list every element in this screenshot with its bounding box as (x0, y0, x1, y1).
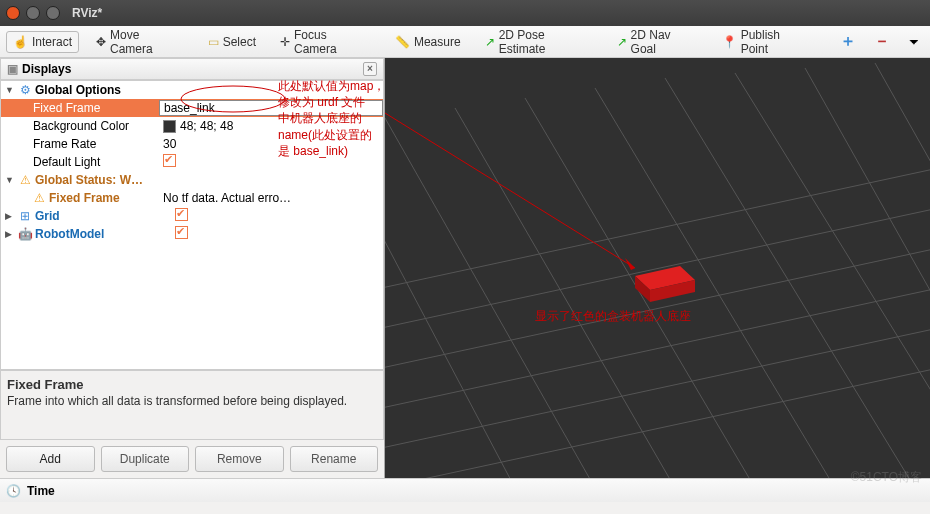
displays-panel-header[interactable]: ▣ Displays × (0, 58, 384, 80)
svg-line-11 (735, 73, 930, 478)
window-maximize-button[interactable] (46, 6, 60, 20)
left-panel: ▣ Displays × ▼ ⚙ Global Options Fixed Fr… (0, 58, 385, 478)
tool-2d-nav-goal[interactable]: ↗ 2D Nav Goal (610, 24, 705, 60)
tree-item-fixed-frame-status[interactable]: ⚠ Fixed Frame No tf data. Actual erro… (1, 189, 383, 207)
tool-focus-camera[interactable]: ✛ Focus Camera (273, 24, 378, 60)
rename-button[interactable]: Rename (290, 446, 379, 472)
tree-item-bg-color[interactable]: Background Color 48; 48; 48 (1, 117, 383, 135)
toolbar-menu-icon[interactable]: ⏷ (904, 35, 924, 49)
select-icon: ▭ (208, 35, 219, 49)
description-title: Fixed Frame (7, 377, 377, 392)
remove-button[interactable]: Remove (195, 446, 284, 472)
nav-icon: ↗ (617, 35, 627, 49)
svg-line-1 (385, 238, 930, 378)
grid-plane (385, 58, 930, 478)
tool-label: 2D Pose Estimate (499, 28, 593, 56)
tool-select[interactable]: ▭ Select (201, 31, 263, 53)
checkbox-icon[interactable] (175, 226, 188, 239)
item-label: Frame Rate (31, 137, 159, 151)
svg-line-5 (385, 358, 930, 478)
tool-label: Move Camera (110, 28, 184, 56)
tree-item-global-status[interactable]: ▼ ⚠ Global Status: W… (1, 171, 383, 189)
tree-item-robotmodel[interactable]: ▶ 🤖 RobotModel (1, 225, 383, 243)
item-label: Global Options (33, 83, 183, 97)
expand-icon[interactable]: ▼ (5, 175, 17, 185)
pose-icon: ↗ (485, 35, 495, 49)
window-minimize-button[interactable] (26, 6, 40, 20)
tool-publish-point[interactable]: 📍 Publish Point (715, 24, 816, 60)
time-label: Time (27, 484, 55, 498)
checkbox-icon[interactable] (175, 208, 188, 221)
3d-viewport[interactable]: 显示了红色的盒装机器人底座 (385, 58, 930, 478)
expand-icon[interactable]: ▼ (5, 85, 17, 95)
svg-line-2 (385, 198, 930, 338)
robotmodel-enabled[interactable] (171, 226, 383, 242)
gear-icon: ⚙ (17, 83, 33, 97)
tool-label: Measure (414, 35, 461, 49)
tool-interact[interactable]: ☝ Interact (6, 31, 79, 53)
panel-buttons: Add Duplicate Remove Rename (0, 440, 384, 478)
item-label: RobotModel (33, 227, 171, 241)
tool-label: Publish Point (741, 28, 809, 56)
frame-rate-value[interactable]: 30 (159, 137, 383, 151)
tree-item-fixed-frame[interactable]: Fixed Frame base_link (1, 99, 383, 117)
svg-line-10 (665, 78, 915, 478)
status-text: No tf data. Actual erro… (159, 191, 383, 205)
tool-move-camera[interactable]: ✥ Move Camera (89, 24, 191, 60)
item-label: Grid (33, 209, 171, 223)
tool-label: Focus Camera (294, 28, 371, 56)
description-body: Frame into which all data is transformed… (7, 394, 377, 408)
checkbox-icon[interactable] (163, 154, 176, 167)
svg-marker-19 (625, 258, 635, 270)
move-camera-icon: ✥ (96, 35, 106, 49)
expand-icon[interactable]: ▶ (5, 229, 17, 239)
focus-icon: ✛ (280, 35, 290, 49)
measure-icon: 📏 (395, 35, 410, 49)
clock-icon: 🕓 (6, 484, 21, 498)
warning-icon: ⚠ (17, 173, 33, 187)
default-light-value[interactable] (159, 154, 383, 170)
robot-icon: 🤖 (17, 227, 33, 241)
svg-line-12 (805, 68, 930, 388)
publish-icon: 📍 (722, 35, 737, 49)
expand-icon[interactable]: ▶ (5, 211, 17, 221)
svg-line-18 (385, 113, 635, 268)
toolbar-remove-icon[interactable]: － (870, 31, 894, 52)
pin-icon: ▣ (7, 62, 18, 76)
svg-line-6 (385, 118, 595, 478)
tool-label: Interact (32, 35, 72, 49)
displays-tree[interactable]: ▼ ⚙ Global Options Fixed Frame base_link… (0, 80, 384, 370)
item-label: Fixed Frame (31, 101, 159, 115)
interact-icon: ☝ (13, 35, 28, 49)
duplicate-button[interactable]: Duplicate (101, 446, 190, 472)
warning-icon: ⚠ (31, 191, 47, 205)
color-swatch (163, 120, 176, 133)
tree-item-frame-rate[interactable]: Frame Rate 30 (1, 135, 383, 153)
tool-label: Select (223, 35, 256, 49)
displays-title: Displays (22, 62, 71, 76)
tool-label: 2D Nav Goal (631, 28, 698, 56)
item-label: Fixed Frame (47, 191, 159, 205)
panel-close-icon[interactable]: × (363, 62, 377, 76)
bg-color-value[interactable]: 48; 48; 48 (159, 119, 383, 133)
watermark: ©51CTO博客 (851, 469, 922, 486)
time-panel[interactable]: 🕓 Time (0, 478, 930, 502)
toolbar-add-icon[interactable]: ＋ (836, 31, 860, 52)
main-toolbar: ☝ Interact ✥ Move Camera ▭ Select ✛ Focu… (0, 26, 930, 58)
grid-enabled[interactable] (171, 208, 383, 224)
window-close-button[interactable] (6, 6, 20, 20)
grid-icon: ⊞ (17, 209, 33, 223)
item-label: Global Status: W… (33, 173, 183, 187)
bg-color-text: 48; 48; 48 (180, 119, 233, 133)
window-titlebar: RViz* (0, 0, 930, 26)
fixed-frame-input[interactable]: base_link (159, 100, 383, 116)
window-title: RViz* (72, 6, 102, 20)
tool-measure[interactable]: 📏 Measure (388, 31, 468, 53)
item-label: Default Light (31, 155, 159, 169)
tree-item-default-light[interactable]: Default Light (1, 153, 383, 171)
tree-item-grid[interactable]: ▶ ⊞ Grid (1, 207, 383, 225)
tree-item-global-options[interactable]: ▼ ⚙ Global Options (1, 81, 383, 99)
svg-line-4 (385, 318, 930, 458)
add-button[interactable]: Add (6, 446, 95, 472)
tool-2d-pose-estimate[interactable]: ↗ 2D Pose Estimate (478, 24, 600, 60)
